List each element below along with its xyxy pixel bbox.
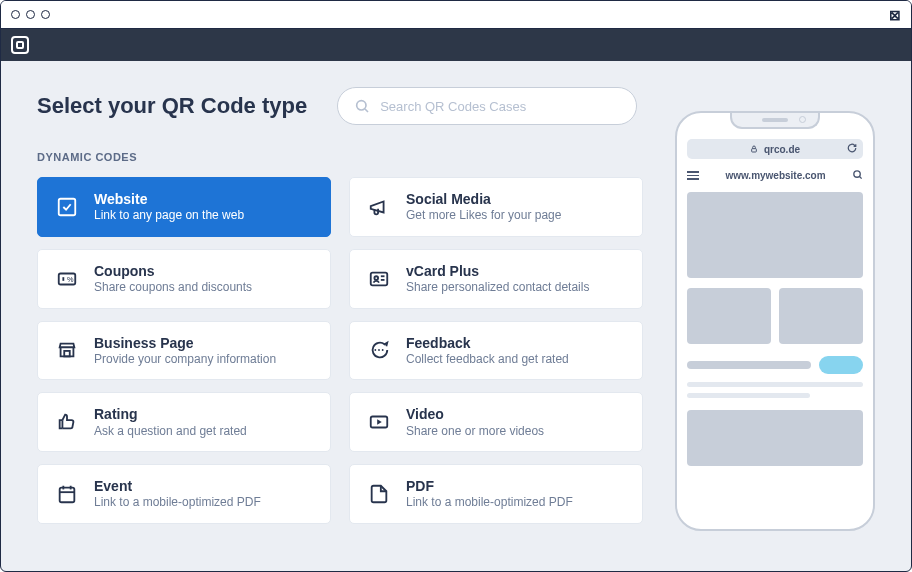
close-icon[interactable]: ⊠ — [889, 7, 901, 23]
card-title: Feedback — [406, 334, 569, 352]
svg-marker-15 — [377, 419, 382, 425]
coupon-icon: % — [54, 266, 80, 292]
preview-line — [687, 382, 863, 387]
card-title: Coupons — [94, 262, 252, 280]
svg-rect-20 — [752, 148, 757, 151]
window-minimize-dot[interactable] — [26, 10, 35, 19]
search-input[interactable] — [380, 99, 620, 114]
window-titlebar: ⊠ — [1, 1, 911, 29]
card-website[interactable]: Website Link to any page on the web — [37, 177, 331, 237]
preview-row — [687, 288, 863, 344]
svg-point-11 — [374, 350, 376, 352]
phone-preview: qrco.de www.mywebsite.com — [675, 111, 875, 531]
card-title: Event — [94, 477, 261, 495]
card-title: PDF — [406, 477, 573, 495]
card-business-page[interactable]: Business Page Provide your company infor… — [37, 321, 331, 381]
lock-icon — [750, 144, 758, 155]
window-zoom-dot[interactable] — [41, 10, 50, 19]
card-title: Website — [94, 190, 244, 208]
svg-rect-16 — [60, 488, 75, 503]
site-nav: www.mywebsite.com — [687, 169, 863, 182]
app-header — [1, 29, 911, 61]
card-title: Rating — [94, 405, 247, 423]
brand-logo[interactable] — [11, 36, 29, 54]
svg-rect-6 — [371, 272, 388, 285]
search-icon — [354, 98, 370, 114]
card-title: Business Page — [94, 334, 276, 352]
svg-point-12 — [378, 350, 380, 352]
card-title: vCard Plus — [406, 262, 589, 280]
website-icon — [54, 194, 80, 220]
reload-icon[interactable] — [847, 143, 857, 155]
preview-bar — [687, 361, 811, 369]
window-controls — [11, 10, 50, 19]
preview-pill-button[interactable] — [819, 356, 863, 374]
card-subtitle: Share one or more videos — [406, 424, 544, 440]
preview-text-lines — [687, 382, 863, 398]
megaphone-icon — [366, 194, 392, 220]
card-coupons[interactable]: % Coupons Share coupons and discounts — [37, 249, 331, 309]
svg-point-13 — [382, 350, 384, 352]
svg-line-22 — [860, 177, 862, 179]
address-domain: qrco.de — [764, 144, 800, 155]
preview-hero-block — [687, 192, 863, 278]
svg-rect-2 — [59, 199, 76, 216]
calendar-icon — [54, 481, 80, 507]
card-video[interactable]: Video Share one or more videos — [349, 392, 643, 452]
svg-point-0 — [357, 101, 366, 110]
card-subtitle: Link to a mobile-optimized PDF — [94, 495, 261, 511]
phone-camera — [799, 116, 806, 123]
svg-point-21 — [854, 171, 860, 177]
vcard-icon — [366, 266, 392, 292]
search-field[interactable] — [337, 87, 637, 125]
preview-block — [779, 288, 863, 344]
card-rating[interactable]: Rating Ask a question and get rated — [37, 392, 331, 452]
app-window: ⊠ Select your QR Code type DYNAMIC CODES — [0, 0, 912, 572]
storefront-icon — [54, 337, 80, 363]
search-icon[interactable] — [852, 169, 863, 182]
card-feedback[interactable]: Feedback Collect feedback and get rated — [349, 321, 643, 381]
card-vcard-plus[interactable]: vCard Plus Share personalized contact de… — [349, 249, 643, 309]
card-subtitle: Provide your company information — [94, 352, 276, 368]
card-title: Social Media — [406, 190, 561, 208]
card-subtitle: Get more Likes for your page — [406, 208, 561, 224]
card-pdf[interactable]: PDF Link to a mobile-optimized PDF — [349, 464, 643, 524]
hamburger-icon[interactable] — [687, 171, 699, 180]
card-subtitle: Collect feedback and get rated — [406, 352, 569, 368]
card-subtitle: Share coupons and discounts — [94, 280, 252, 296]
preview-line — [687, 393, 810, 398]
preview-block — [687, 410, 863, 466]
section-label: DYNAMIC CODES — [37, 151, 643, 163]
pdf-icon — [366, 481, 392, 507]
preview-block — [687, 288, 771, 344]
phone-speaker — [762, 118, 788, 122]
page-title: Select your QR Code type — [37, 93, 307, 119]
chat-icon — [366, 337, 392, 363]
window-close-dot[interactable] — [11, 10, 20, 19]
card-title: Video — [406, 405, 544, 423]
browser-address-bar[interactable]: qrco.de — [687, 139, 863, 159]
card-subtitle: Link to any page on the web — [94, 208, 244, 224]
svg-text:%: % — [67, 274, 74, 283]
card-social-media[interactable]: Social Media Get more Likes for your pag… — [349, 177, 643, 237]
svg-rect-10 — [64, 351, 70, 357]
svg-line-1 — [365, 109, 368, 112]
card-subtitle: Link to a mobile-optimized PDF — [406, 495, 573, 511]
card-subtitle: Share personalized contact details — [406, 280, 589, 296]
site-url: www.mywebsite.com — [725, 170, 825, 181]
card-subtitle: Ask a question and get rated — [94, 424, 247, 440]
video-icon — [366, 409, 392, 435]
svg-point-7 — [374, 276, 378, 280]
thumbs-icon — [54, 409, 80, 435]
card-event[interactable]: Event Link to a mobile-optimized PDF — [37, 464, 331, 524]
preview-meta — [687, 356, 863, 374]
card-grid: Website Link to any page on the web Soci… — [37, 177, 643, 524]
